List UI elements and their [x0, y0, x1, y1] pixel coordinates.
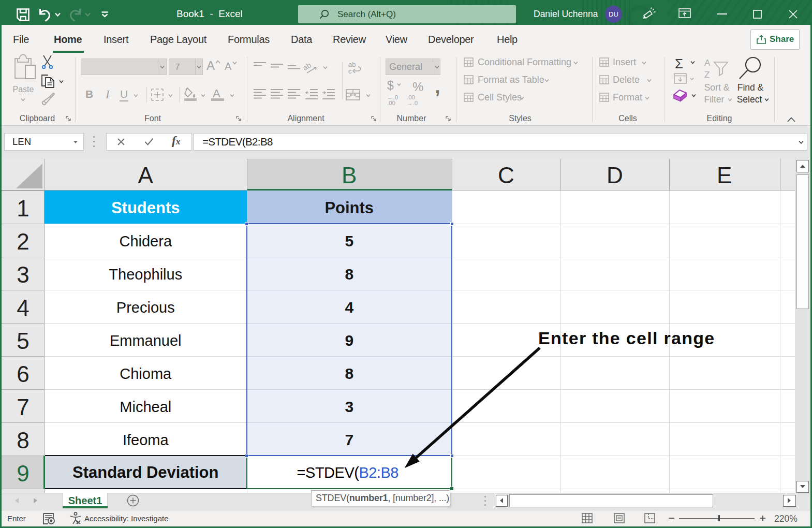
svg-text:A: A [704, 58, 711, 68]
svg-text:Z: Z [704, 70, 710, 80]
svg-text:c: c [348, 67, 352, 75]
